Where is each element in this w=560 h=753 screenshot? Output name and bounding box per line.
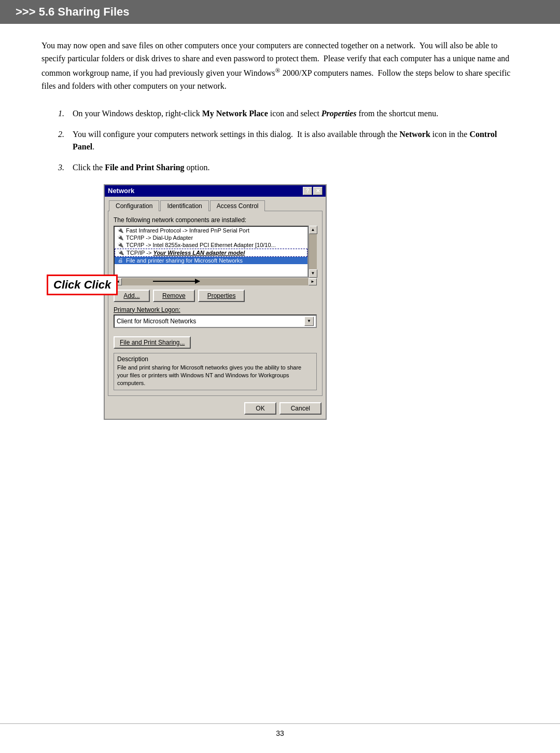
network-dialog: Network ? ✕ Configuration Identification xyxy=(104,184,327,420)
dialog-title: Network xyxy=(108,187,134,195)
item-icon-3: 🔌 xyxy=(117,242,124,248)
dialog-bottom-buttons: OK Cancel xyxy=(105,398,326,419)
description-label: Description xyxy=(117,355,313,363)
file-print-sharing-button[interactable]: File and Print Sharing... xyxy=(114,336,191,349)
primary-logon-label: Primary Network Logon: xyxy=(114,306,317,313)
description-text: File and print sharing for Microsoft net… xyxy=(117,364,313,388)
primary-logon-row: Primary Network Logon: Client for Micros… xyxy=(114,306,317,328)
tab-content: The following network components are ins… xyxy=(108,211,323,396)
dialog-container: Click Click Network ? ✕ Configuration xyxy=(104,184,519,420)
dialog-tabs: Configuration Identification Access Cont… xyxy=(105,197,326,211)
scroll-down-btn[interactable]: ▼ xyxy=(309,269,317,278)
page-footer: 33 xyxy=(0,723,560,737)
primary-logon-value: Client for Microsoft Networks xyxy=(117,318,304,325)
section-header: >>> 5.6 Sharing Files xyxy=(0,0,560,24)
step-number-2: 2. xyxy=(41,128,73,153)
item-icon-4: 🔌 xyxy=(117,250,124,256)
intro-paragraph: You may now open and save files on other… xyxy=(41,39,519,93)
add-button[interactable]: Add... xyxy=(114,290,150,302)
sharing-btn-container: File and Print Sharing... xyxy=(114,332,317,349)
dialog-controls: ? ✕ xyxy=(303,187,323,195)
scroll-track xyxy=(309,234,317,269)
page-container: >>> 5.6 Sharing Files You may now open a… xyxy=(0,0,560,753)
network-listbox-wrapper: 🔌 Fast Infrared Protocol -> Infrared PnP… xyxy=(114,226,317,278)
item-icon-2: 🔌 xyxy=(117,235,124,241)
step-number-3: 3. xyxy=(41,161,73,174)
tab-access-control[interactable]: Access Control xyxy=(210,200,265,211)
close-button[interactable]: ✕ xyxy=(313,187,323,195)
tab-identification[interactable]: Identification xyxy=(160,200,208,211)
section-title: >>> 5.6 Sharing Files xyxy=(16,5,130,18)
list-item-2: 🔌 TCP/IP -> Dial-Up Adapter xyxy=(115,234,307,241)
tab-configuration[interactable]: Configuration xyxy=(109,200,159,211)
remove-button[interactable]: Remove xyxy=(153,290,195,302)
step-2: 2. You will configure your computers net… xyxy=(41,128,519,153)
listbox-scrollbar[interactable]: ▲ ▼ xyxy=(309,226,317,278)
list-item-5: 🖨 File and printer sharing for Microsoft… xyxy=(115,257,307,264)
step-content-2: You will configure your computers networ… xyxy=(73,128,519,153)
scroll-up-btn[interactable]: ▲ xyxy=(309,226,317,234)
action-buttons: Add... Remove Properties xyxy=(114,290,317,302)
hscroll-track xyxy=(122,278,309,285)
ok-button[interactable]: OK xyxy=(244,402,276,415)
description-group: Description File and print sharing for M… xyxy=(114,353,317,390)
click-label: Click Click xyxy=(47,275,118,295)
list-item-1: 🔌 Fast Infrared Protocol -> Infrared PnP… xyxy=(115,227,307,234)
steps-list: 1. On your Windows desktop, right-click … xyxy=(41,107,519,174)
hscrollbar: ◄ ► xyxy=(114,278,317,285)
primary-logon-dropdown[interactable]: Client for Microsoft Networks ▼ xyxy=(114,314,317,328)
network-listbox[interactable]: 🔌 Fast Infrared Protocol -> Infrared PnP… xyxy=(114,226,309,278)
page-number: 33 xyxy=(276,729,284,737)
step-content-3: Click the File and Print Sharing option. xyxy=(73,161,519,174)
dialog-titlebar: Network ? ✕ xyxy=(105,185,326,197)
list-item-4: 🔌 TCP/IP -> Your Wireless LAN adapter mo… xyxy=(115,249,307,257)
hscroll-right[interactable]: ► xyxy=(309,278,317,285)
cancel-button[interactable]: Cancel xyxy=(279,402,321,415)
list-item-3: 🔌 TCP/IP -> Intel 8255x-based PCI Ethern… xyxy=(115,241,307,249)
item-icon-1: 🔌 xyxy=(117,227,124,234)
step-content-1: On your Windows desktop, right-click My … xyxy=(73,107,519,120)
dropdown-arrow-icon[interactable]: ▼ xyxy=(304,317,314,326)
step-1: 1. On your Windows desktop, right-click … xyxy=(41,107,519,120)
network-components-label: The following network components are ins… xyxy=(114,216,317,224)
item-icon-5: 🖨 xyxy=(117,257,124,264)
step-3: 3. Click the File and Print Sharing opti… xyxy=(41,161,519,174)
properties-button[interactable]: Properties xyxy=(198,290,245,302)
help-button[interactable]: ? xyxy=(303,187,312,195)
step-number-1: 1. xyxy=(41,107,73,120)
content-area: You may now open and save files on other… xyxy=(0,39,560,451)
click-arrow xyxy=(153,281,200,282)
